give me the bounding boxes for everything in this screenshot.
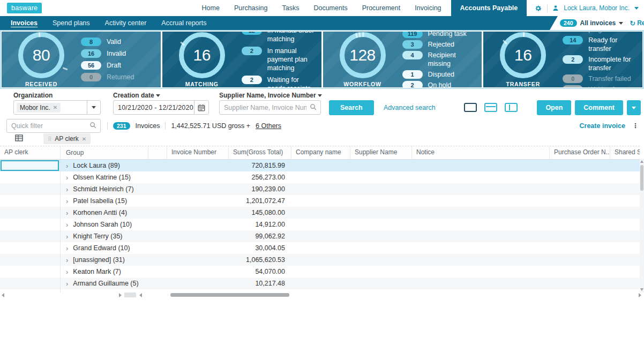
col-header-shared-service[interactable]: Shared Servi... (610, 146, 640, 159)
status-badge[interactable]: 0Transfer failed (563, 74, 638, 83)
col-header-supplier[interactable]: Supplier Name (350, 146, 412, 159)
col-header-group[interactable]: Group (61, 146, 148, 159)
kebab-menu-icon[interactable] (632, 122, 639, 130)
search-icon[interactable] (310, 103, 317, 112)
user-menu[interactable]: Lock Laura, Mobor Inc. (564, 4, 630, 12)
chip-close-icon[interactable] (53, 104, 57, 110)
chevron-right-icon[interactable] (66, 209, 68, 216)
chevron-right-icon[interactable] (66, 174, 68, 181)
combo-caret[interactable] (87, 101, 100, 114)
basware-logo[interactable]: basware (7, 3, 42, 13)
card-received[interactable]: 80 RECEIVED 8Valid16Invalid56Draft0Retur… (2, 32, 161, 87)
col-header-sum[interactable]: Sum(Gross Total) (229, 146, 291, 159)
chevron-right-icon[interactable] (66, 198, 68, 205)
horizontal-scroll-thumb[interactable] (170, 293, 289, 297)
table-row[interactable]: Patel Isabella (15) 1,201,072.47 (0, 195, 640, 207)
status-badge[interactable]: 2Waiting for goods receipts (242, 76, 317, 87)
gear-icon[interactable] (534, 4, 542, 12)
col-header-company[interactable]: Company name (291, 146, 350, 159)
vertical-scrollbar[interactable] (640, 159, 644, 293)
group-cell[interactable]: Johnson Sarah (10) (61, 219, 148, 230)
card-transfer[interactable]: 16 TRANSFER 0Transfer in progress14Ready… (483, 32, 642, 87)
top-nav-item[interactable]: Invoicing (415, 4, 441, 12)
top-nav-item[interactable]: Documents (313, 4, 347, 12)
ap-clerk-cell[interactable] (0, 278, 61, 289)
chevron-down-icon[interactable] (318, 94, 322, 97)
table-row[interactable]: Johnson Sarah (10) 14,912.00 (0, 219, 640, 230)
group-cell[interactable]: [unassigned] (31) (61, 254, 148, 266)
scroll-left-icon[interactable] (2, 293, 4, 297)
create-invoice-link[interactable]: Create invoice (580, 122, 625, 130)
status-badge[interactable]: 12In manual order matching (242, 32, 317, 43)
ap-clerk-cell[interactable] (0, 171, 61, 183)
ap-clerk-cell[interactable] (0, 254, 61, 266)
status-badge[interactable]: 0Transfer in progress (563, 32, 638, 34)
status-badge[interactable]: 16Invalid (81, 49, 156, 58)
top-nav-item[interactable]: Purchasing (234, 4, 268, 12)
top-nav-item[interactable]: Tasks (282, 4, 299, 12)
scroll-up-icon[interactable] (640, 160, 643, 163)
group-cell[interactable]: Armand Guillaume (5) (61, 278, 148, 289)
group-cell[interactable]: Schmidt Heinrich (7) (61, 183, 148, 195)
other-currencies-link[interactable]: 6 Others (256, 122, 281, 130)
chevron-right-icon[interactable] (66, 245, 68, 252)
table-row[interactable]: Olssen Katrine (15) 256,273.00 (0, 171, 640, 183)
status-badge[interactable]: 3Rejected (402, 40, 478, 49)
status-badge[interactable]: 119Pending task (402, 32, 478, 38)
card-matching[interactable]: 16 MATCHING 12In manual order matching2I… (162, 32, 321, 87)
table-row[interactable]: Korhonen Antti (4) 145,080.00 (0, 207, 640, 219)
view-split-horizontal-icon[interactable] (484, 103, 497, 112)
status-badge[interactable]: 0Waiting for discount (563, 85, 638, 87)
group-cell[interactable]: Korhonen Antti (4) (61, 207, 148, 219)
chevron-right-icon[interactable] (66, 268, 68, 275)
ap-clerk-cell[interactable] (0, 242, 61, 254)
chevron-right-icon[interactable] (66, 162, 68, 169)
table-row[interactable]: Grand Edward (10) 30,004.05 (0, 242, 640, 254)
scroll-down-icon[interactable] (640, 288, 643, 291)
table-row[interactable]: Lock Laura (89) 720,815.99 (0, 160, 640, 171)
table-row[interactable]: [unassigned] (31) 1,065,620.53 (0, 254, 640, 266)
status-badge[interactable]: 2Incomplete for transfer (563, 55, 638, 72)
group-cell[interactable]: Knight Terry (35) (61, 230, 148, 242)
status-badge[interactable]: 4Recipient missing (402, 51, 478, 68)
ap-clerk-cell[interactable] (0, 195, 61, 207)
scroll-left-icon[interactable] (139, 293, 142, 297)
table-row[interactable]: Knight Terry (35) 99,062.92 (0, 230, 640, 242)
col-header-ap-clerk[interactable]: AP clerk (0, 146, 61, 159)
chevron-down-icon[interactable] (619, 22, 623, 25)
col-header-purchase-order[interactable]: Purchase Order N... (550, 146, 610, 159)
col-header-notice[interactable]: Notice (412, 146, 550, 159)
group-cell[interactable]: Grand Edward (10) (61, 242, 148, 254)
status-badge[interactable]: 0Returned (81, 73, 156, 81)
horizontal-scrollbar[interactable] (0, 293, 644, 298)
status-badge[interactable]: 1Disputed (402, 70, 478, 79)
status-badge[interactable]: 2On hold (402, 81, 478, 87)
group-cell[interactable]: Lock Laura (89) (61, 160, 148, 171)
sub-nav-item[interactable]: Invoices (11, 19, 38, 27)
chevron-right-icon[interactable] (66, 280, 68, 287)
sub-nav-item[interactable]: Accrual reports (161, 19, 206, 27)
ap-clerk-cell[interactable] (0, 230, 61, 242)
tab-accounts-payable[interactable]: Accounts Payable (451, 0, 527, 16)
status-badge[interactable]: 8Valid (81, 38, 156, 46)
group-cell[interactable]: Olssen Katrine (15) (61, 171, 148, 183)
creation-date-range[interactable]: 10/21/2020 - 12/21/2020 (113, 100, 209, 115)
ap-clerk-cell[interactable] (0, 266, 61, 278)
chevron-right-icon[interactable] (66, 221, 68, 228)
view-single-icon[interactable] (464, 103, 477, 112)
search-button[interactable]: Search (329, 100, 374, 115)
refresh-button[interactable]: Refresh (630, 19, 644, 27)
ap-clerk-cell[interactable] (0, 219, 61, 230)
comment-button[interactable]: Comment (575, 100, 623, 115)
table-row[interactable]: Keaton Mark (7) 54,070.00 (0, 266, 640, 278)
chevron-down-icon[interactable] (634, 7, 639, 10)
organization-select[interactable]: Mobor Inc. (13, 100, 101, 115)
open-button[interactable]: Open (537, 100, 571, 115)
col-header-invoice-number[interactable]: Invoice Number (167, 146, 229, 159)
ap-clerk-cell[interactable] (0, 183, 61, 195)
advanced-search-link[interactable]: Advanced search (384, 104, 436, 111)
sub-nav-item[interactable]: Spend plans (53, 19, 90, 27)
calendar-button[interactable] (194, 101, 208, 114)
sub-nav-item[interactable]: Activity center (105, 19, 147, 27)
view-split-vertical-icon[interactable] (505, 103, 518, 112)
